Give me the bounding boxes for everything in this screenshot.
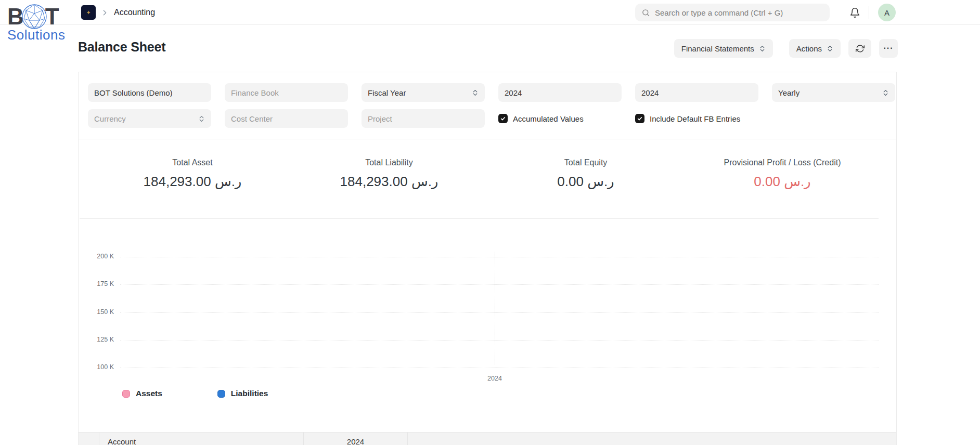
- checkmark-icon: [637, 115, 643, 122]
- table-header-spacer: [408, 433, 896, 445]
- summary-value: 0.00 ر.س: [684, 174, 881, 190]
- balance-sheet-chart: 200 K 175 K 150 K 125 K 100 K 2024 Asset…: [79, 219, 896, 410]
- chevron-right-icon: [100, 8, 109, 17]
- liabilities-swatch-icon: [217, 390, 225, 398]
- gridline: [120, 284, 879, 285]
- refresh-button[interactable]: [848, 39, 871, 58]
- report-table-header: Account 2024: [79, 432, 896, 445]
- table-header-account: Account: [99, 433, 304, 445]
- page-title: Balance Sheet: [78, 40, 165, 55]
- legend-item-liabilities: Liabilities: [217, 389, 268, 398]
- report-container: Fiscal Year Yearly Currency: [78, 72, 897, 445]
- include-default-fb-entries-checkbox-group[interactable]: Include Default FB Entries: [635, 109, 740, 128]
- y-axis-tick: 150 K: [79, 308, 114, 316]
- logo-letter-t: T: [45, 5, 59, 28]
- toolbar: Financial Statements Actions ···: [674, 39, 898, 58]
- more-options-button[interactable]: ···: [879, 39, 898, 58]
- summary-value: 184,293.00 ر.س: [291, 174, 487, 190]
- x-axis-gridline: [495, 252, 495, 365]
- legend-item-assets: Assets: [122, 389, 162, 398]
- start-year-input[interactable]: [505, 88, 615, 97]
- summary-card-total-equity: Total Equity 0.00 ر.س: [487, 158, 684, 218]
- y-axis-tick: 100 K: [79, 363, 114, 371]
- app-emblem-icon: ✦: [86, 10, 91, 16]
- checkmark-icon: [500, 115, 506, 122]
- table-header-index-column: [79, 433, 99, 445]
- table-header-2024: 2024: [304, 433, 408, 445]
- summary-value: 184,293.00 ر.س: [94, 174, 291, 190]
- periodicity-select[interactable]: Yearly: [772, 83, 895, 102]
- financial-statements-menu-button[interactable]: Financial Statements: [674, 39, 773, 58]
- x-axis-tick: 2024: [479, 375, 510, 382]
- chevron-up-down-icon: [198, 115, 205, 123]
- cost-center-filter[interactable]: [225, 109, 348, 128]
- gridline: [120, 257, 879, 257]
- navbar: B T Solutions ✦ Accounting: [0, 0, 980, 25]
- project-filter[interactable]: [362, 109, 485, 128]
- breadcrumb-item-accounting[interactable]: Accounting: [114, 8, 155, 17]
- actions-menu-button[interactable]: Actions: [789, 39, 841, 58]
- summary-card-provisional-profit-loss: Provisional Profit / Loss (Credit) 0.00 …: [684, 158, 881, 218]
- ellipsis-icon: ···: [884, 44, 894, 53]
- logo-subtitle: Solutions: [7, 27, 65, 43]
- include-default-fb-entries-checkbox[interactable]: [635, 114, 644, 123]
- summary-card-total-liability: Total Liability 184,293.00 ر.س: [291, 158, 487, 218]
- workspace-app-icon[interactable]: ✦: [81, 5, 96, 20]
- summary-value: 0.00 ر.س: [487, 174, 684, 190]
- app-logo[interactable]: B T Solutions: [7, 2, 65, 43]
- chevron-up-down-icon: [759, 45, 766, 53]
- report-summary: Total Asset 184,293.00 ر.س Total Liabili…: [79, 139, 896, 218]
- y-axis-tick: 200 K: [79, 253, 114, 260]
- global-search[interactable]: [635, 4, 830, 21]
- y-axis-tick: 175 K: [79, 280, 114, 287]
- search-icon: [641, 8, 650, 17]
- start-year-filter[interactable]: [498, 83, 622, 102]
- avatar[interactable]: A: [878, 4, 896, 21]
- avatar-initial: A: [884, 8, 889, 17]
- chevron-up-down-icon: [882, 89, 889, 97]
- filter-based-on-select[interactable]: Fiscal Year: [362, 83, 485, 102]
- summary-card-total-asset: Total Asset 184,293.00 ر.س: [94, 158, 291, 218]
- gridline: [120, 368, 879, 368]
- gridline: [120, 340, 879, 341]
- cost-center-input[interactable]: [231, 114, 342, 123]
- search-input[interactable]: [655, 8, 823, 17]
- checkbox-label: Accumulated Values: [513, 114, 584, 123]
- company-filter[interactable]: [88, 83, 211, 102]
- currency-select[interactable]: Currency: [88, 109, 211, 128]
- assets-swatch-icon: [122, 390, 130, 398]
- project-input[interactable]: [368, 114, 479, 123]
- accumulated-values-checkbox[interactable]: [498, 114, 508, 123]
- breadcrumb: ✦ Accounting: [81, 0, 155, 25]
- gridline: [120, 312, 879, 313]
- notifications-button[interactable]: [845, 3, 865, 22]
- chevron-up-down-icon: [827, 45, 833, 53]
- chevron-up-down-icon: [472, 89, 479, 97]
- bell-icon: [849, 7, 860, 18]
- y-axis-tick: 125 K: [79, 336, 114, 343]
- finance-book-filter[interactable]: [225, 83, 348, 102]
- chart-legend: Assets Liabilities: [122, 389, 268, 398]
- end-year-input[interactable]: [641, 88, 752, 97]
- company-input[interactable]: [94, 88, 205, 97]
- navbar-divider: [869, 6, 869, 19]
- refresh-icon: [856, 44, 865, 53]
- checkbox-label: Include Default FB Entries: [650, 114, 740, 123]
- report-filters: Fiscal Year Yearly Currency: [79, 72, 896, 139]
- finance-book-input[interactable]: [231, 88, 342, 97]
- accumulated-values-checkbox-group[interactable]: Accumulated Values: [498, 109, 622, 128]
- end-year-filter[interactable]: [635, 83, 758, 102]
